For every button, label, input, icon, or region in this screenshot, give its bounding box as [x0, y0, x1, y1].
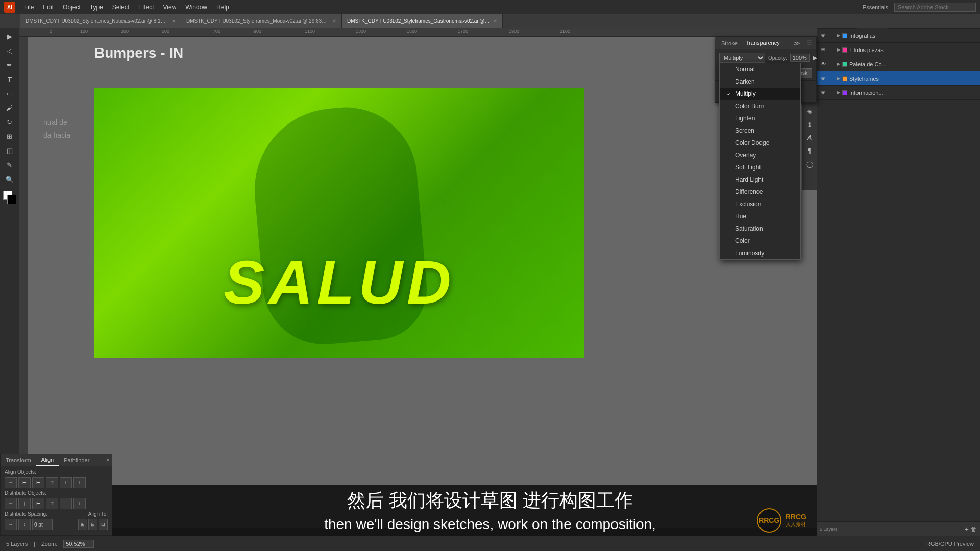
opacity-value[interactable]: 100% [790, 54, 810, 62]
spacing-h-btn[interactable]: ↔ [5, 519, 17, 530]
distribute-top-btn[interactable]: ⊤ [46, 498, 58, 509]
blend-option-screen[interactable]: Screen [720, 124, 800, 137]
select-tool[interactable]: ▶ [3, 30, 17, 43]
tab-gastronomia[interactable]: DMSTK_CDYT U03L02_Styleframes_Gastronomi… [342, 14, 503, 28]
layer-eye-icon[interactable]: 👁 [820, 46, 827, 54]
opacity-arrow[interactable]: ▶ [813, 54, 817, 61]
tab-transparency[interactable]: Transparency [744, 39, 782, 47]
tab-stroke[interactable]: Stroke [719, 39, 740, 47]
align-bottom-btn[interactable]: ⊥ [74, 477, 86, 488]
layer-expand-icon[interactable]: ▶ [837, 62, 840, 66]
layer-item-styleframes[interactable]: 👁 ▶ Styleframes [817, 71, 980, 86]
menu-bar: Ai File Edit Object Type Select Effect V… [0, 0, 980, 14]
menu-select[interactable]: Select [109, 3, 133, 12]
align-left-btn[interactable]: ⊣ [5, 477, 17, 488]
align-vcenter-btn[interactable]: ⊥ [60, 477, 72, 488]
status-layers: 5 Layers [6, 541, 28, 547]
menu-help[interactable]: Help [213, 3, 233, 12]
blend-option-overlay[interactable]: Overlay [720, 149, 800, 161]
shape-tool[interactable]: ▭ [3, 87, 17, 100]
align-to-artboard-btn[interactable]: ⊡ [99, 519, 108, 530]
blend-option-colorburn[interactable]: Color Burn [720, 100, 800, 112]
distribute-left-btn[interactable]: ⊣ [5, 498, 17, 509]
layer-item-informacion[interactable]: 👁 ▶ Informacion... [817, 86, 980, 100]
menu-edit[interactable]: Edit [39, 3, 57, 12]
blend-option-hardlight[interactable]: Hard Light [720, 173, 800, 186]
direct-select-tool[interactable]: ◁ [3, 44, 17, 57]
blend-option-lighten[interactable]: Lighten [720, 112, 800, 124]
blend-option-luminosity[interactable]: Luminosity [720, 247, 800, 259]
circle-icon[interactable]: ◯ [803, 158, 816, 170]
fill-stroke[interactable] [3, 191, 16, 204]
tab-close-moda[interactable]: ✕ [332, 18, 336, 24]
tab-close-noticias[interactable]: ✕ [172, 18, 176, 24]
menu-file[interactable]: File [20, 3, 37, 12]
text-tool[interactable]: T [3, 72, 17, 86]
blend-option-color[interactable]: Color [720, 235, 800, 247]
status-info: RGB/GPU Preview [926, 541, 974, 547]
tab-close-gastronomia[interactable]: ✕ [493, 18, 497, 24]
rotate-tool[interactable]: ↻ [3, 115, 17, 129]
layer-item-infografias[interactable]: 👁 ▶ Infografias [817, 29, 980, 43]
info-icon[interactable]: ℹ [803, 118, 816, 131]
tab-align[interactable]: Align [36, 454, 59, 466]
panel-menu-icon[interactable]: ☰ [806, 40, 812, 47]
blend-option-normal[interactable]: Normal [720, 63, 800, 76]
layer-expand-icon[interactable]: ▶ [837, 76, 840, 81]
align-top-btn[interactable]: ⊤ [46, 477, 58, 488]
distribute-hcenter-btn[interactable]: | [18, 498, 31, 509]
spacing-v-btn[interactable]: ↕ [18, 519, 31, 530]
menu-type[interactable]: Type [86, 3, 107, 12]
zoom-input[interactable] [63, 540, 94, 548]
bottom-panel-close[interactable]: ✕ [104, 457, 112, 463]
blend-option-colordodge[interactable]: Color Dodge [720, 137, 800, 149]
canvas-title: Bumpers - IN [94, 45, 183, 61]
tab-transform[interactable]: Transform [1, 454, 36, 466]
align-hcenter-btn[interactable]: ⊢ [18, 477, 31, 488]
blend-option-hue[interactable]: Hue [720, 210, 800, 222]
blend-option-softlight[interactable]: Soft Light [720, 161, 800, 173]
menu-effect[interactable]: Effect [135, 3, 157, 12]
paintbrush-tool[interactable]: 🖌 [3, 101, 17, 114]
pen-tool[interactable]: ✒ [3, 58, 17, 71]
blend-mode-select[interactable]: Normal Darken Multiply Color Burn Lighte… [719, 53, 765, 63]
zoom-tool[interactable]: 🔍 [3, 172, 17, 186]
layer-item-titulos[interactable]: 👁 ▶ Titulos piezas [817, 43, 980, 57]
distribute-right-btn[interactable]: ⊢ [32, 498, 44, 509]
layer-eye-icon[interactable]: 👁 [820, 32, 827, 39]
distribute-bottom-btn[interactable]: ⊥ [74, 498, 86, 509]
menu-view[interactable]: View [160, 3, 180, 12]
blend-option-darken[interactable]: Darken [720, 76, 800, 88]
tab-pathfinder[interactable]: Pathfinder [59, 454, 94, 466]
tab-moda[interactable]: DMSTK_CDYT U03L02_Styleframes_Moda-v02.a… [181, 14, 342, 28]
eyedropper-tool[interactable]: ✎ [3, 158, 17, 171]
layer-expand-icon[interactable]: ▶ [837, 33, 840, 38]
menu-window[interactable]: Window [182, 3, 211, 12]
layer-item-paleta[interactable]: 👁 ▶ Paleta de Co... [817, 57, 980, 71]
blend-option-exclusion[interactable]: Exclusion [720, 198, 800, 210]
menu-object[interactable]: Object [59, 3, 84, 12]
para-icon[interactable]: ¶ [803, 145, 816, 157]
blend-option-multiply[interactable]: ✓ Multiply [720, 88, 800, 100]
spacing-input[interactable] [32, 519, 53, 530]
scale-tool[interactable]: ⊞ [3, 130, 17, 143]
delete-layer-icon[interactable]: 🗑 [971, 525, 977, 533]
blend-option-difference[interactable]: Difference [720, 186, 800, 198]
text-icon[interactable]: A [803, 132, 816, 144]
gradient-tool[interactable]: ◫ [3, 144, 17, 157]
panel-expand-icon[interactable]: ≫ [794, 40, 800, 47]
new-layer-icon[interactable]: + [965, 525, 969, 533]
appearance-icon[interactable]: ◈ [803, 105, 816, 117]
blend-option-saturation[interactable]: Saturation [720, 222, 800, 235]
align-to-selection-btn[interactable]: ⊞ [78, 519, 87, 530]
layer-eye-icon[interactable]: 👁 [820, 89, 827, 96]
align-to-key-btn[interactable]: ⊟ [88, 519, 97, 530]
layer-expand-icon[interactable]: ▶ [837, 90, 840, 95]
tab-noticias[interactable]: DMSTK_CDYT U03L02_Styleframes_Noticias-v… [20, 14, 181, 28]
align-right-btn[interactable]: ⊢ [32, 477, 44, 488]
distribute-vcenter-btn[interactable]: — [60, 498, 72, 509]
search-input[interactable] [894, 3, 976, 12]
layer-eye-icon[interactable]: 👁 [820, 75, 827, 82]
layer-expand-icon[interactable]: ▶ [837, 47, 840, 52]
layer-eye-icon[interactable]: 👁 [820, 61, 827, 68]
